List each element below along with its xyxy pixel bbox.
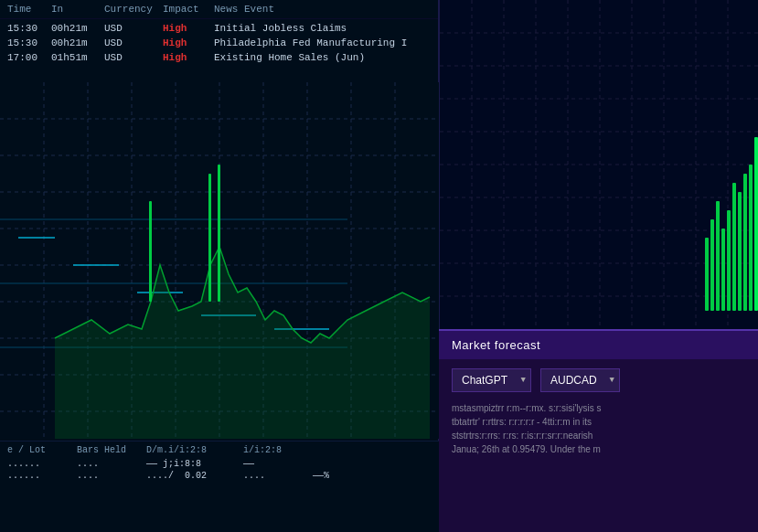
col-header-time: Time [7, 4, 51, 15]
news-impact-1: High [163, 23, 214, 34]
svg-marker-26 [55, 247, 430, 439]
bottom-col-header-3: D/m.i/i:2:8 [146, 445, 229, 455]
bottom-data-row-2: ...... .... ..../ 0.02 .... ——% [7, 471, 432, 481]
news-event-1: Initial Jobless Claims [214, 23, 431, 34]
bottom-cell-1-4: —— [243, 459, 298, 469]
svg-rect-50 [710, 219, 714, 311]
news-time-1: 15:30 [7, 23, 51, 34]
bottom-cell-2-4: .... [243, 471, 298, 481]
news-in-2: 00h21m [51, 37, 104, 48]
news-time-2: 15:30 [7, 37, 51, 48]
svg-rect-57 [749, 165, 753, 311]
forecast-text-area: mstasmpiztrr r:m--r:mx. s:r:sisi'lysis s… [439, 401, 758, 456]
svg-rect-27 [149, 201, 152, 302]
svg-rect-28 [208, 174, 211, 302]
forecast-title: Market forecast [439, 331, 758, 359]
news-time-3: 17:00 [7, 52, 51, 63]
forecast-controls: ChatGPT AUDCAD [439, 359, 758, 401]
ai-select[interactable]: ChatGPT [452, 368, 531, 392]
news-in-3: 01h51m [51, 52, 104, 63]
news-row: 17:00 01h51m USD High Existing Home Sale… [0, 50, 438, 65]
svg-rect-53 [727, 210, 731, 311]
news-rows-container: 15:30 00h21m USD High Initial Jobless Cl… [0, 19, 438, 67]
bottom-bar-header: e / Lot Bars Held D/m.i/i:2:8 i/i:2:8 [7, 445, 432, 455]
news-event-2: Philadelphia Fed Manufacturing I [214, 37, 431, 48]
right-chart-svg [440, 0, 758, 329]
bottom-col-header-5 [313, 445, 368, 455]
forecast-line-4: Janua; 26th at 0.95479. Under the m [452, 442, 745, 456]
svg-rect-55 [738, 192, 742, 311]
news-impact-3: High [163, 52, 214, 63]
news-in-1: 00h21m [51, 23, 104, 34]
news-row: 15:30 00h21m USD High Philadelphia Fed M… [0, 36, 438, 50]
bottom-cell-1-2: .... [77, 459, 132, 469]
news-currency-3: USD [104, 52, 163, 63]
bottom-col-header-1: e / Lot [7, 445, 62, 455]
col-header-currency: Currency [104, 4, 163, 15]
svg-rect-58 [754, 137, 758, 311]
col-header-event: News Event [214, 4, 431, 15]
bottom-cell-1-5 [313, 459, 368, 469]
pair-select[interactable]: AUDCAD [540, 368, 620, 392]
bottom-data-row-1: ...... .... —— j;i:8:8 —— [7, 459, 432, 469]
left-panel: Time In Currency Impact News Event 15:30… [0, 0, 439, 532]
left-chart [0, 82, 439, 439]
market-forecast-panel: Market forecast ChatGPT AUDCAD mstasmpiz… [439, 329, 758, 532]
svg-rect-51 [716, 201, 720, 311]
svg-rect-49 [705, 238, 709, 311]
ai-select-wrapper[interactable]: ChatGPT [452, 368, 531, 392]
col-header-impact: Impact [163, 4, 214, 15]
forecast-line-2: tbtatrtr' r:rttrs: r:r:r:r:r - 4tti:r:m … [452, 415, 745, 429]
news-currency-2: USD [104, 37, 163, 48]
bottom-cell-1-3: —— j;i:8:8 [146, 459, 229, 469]
bottom-cell-2-5: ——% [313, 471, 368, 481]
svg-rect-52 [721, 229, 725, 311]
bottom-cell-2-2: .... [77, 471, 132, 481]
svg-rect-54 [732, 183, 736, 311]
left-chart-svg [0, 82, 439, 439]
col-header-in: In [51, 4, 104, 15]
news-impact-2: High [163, 37, 214, 48]
forecast-line-3: ststrtrs:r:rrs: r:rs: r:is:r:r:sr:r:near… [452, 429, 745, 442]
bottom-bar: e / Lot Bars Held D/m.i/i:2:8 i/i:2:8 ..… [0, 441, 439, 532]
news-row: 15:30 00h21m USD High Initial Jobless Cl… [0, 21, 438, 36]
svg-rect-30 [440, 0, 758, 329]
bottom-cell-1-1: ...... [7, 459, 62, 469]
bottom-col-header-4: i/i:2:8 [243, 445, 298, 455]
right-chart-panel [439, 0, 758, 329]
bottom-col-header-2: Bars Held [77, 445, 132, 455]
svg-rect-56 [743, 174, 747, 311]
news-table-header: Time In Currency Impact News Event [0, 0, 438, 19]
svg-rect-29 [218, 165, 220, 302]
bottom-cell-2-1: ...... [7, 471, 62, 481]
news-currency-1: USD [104, 23, 163, 34]
news-event-3: Existing Home Sales (Jun) [214, 52, 431, 63]
forecast-line-1: mstasmpiztrr r:m--r:mx. s:r:sisi'lysis s [452, 401, 745, 415]
bottom-cell-2-3: ..../ 0.02 [146, 471, 229, 481]
pair-select-wrapper[interactable]: AUDCAD [540, 368, 620, 392]
